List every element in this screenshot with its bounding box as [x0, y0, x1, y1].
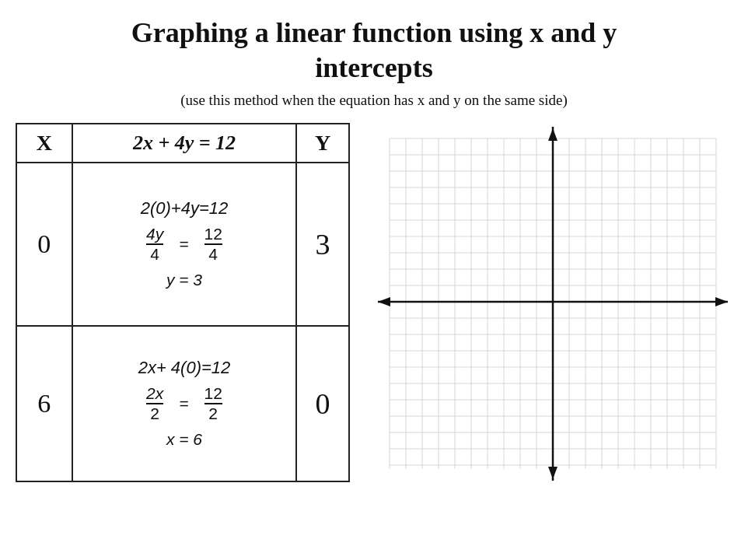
table-row-1: 0 2(0)+4y=12 4y 4 = 12 — [16, 163, 349, 326]
subtitle: (use this method when the equation has x… — [16, 92, 732, 109]
row2-result-line: x = 6 — [79, 429, 290, 450]
row1-result-line: y = 3 — [79, 269, 290, 291]
row1-x-value: 0 — [16, 163, 72, 326]
table-header-row: X 2x + 4y = 12 Y — [16, 124, 349, 163]
svg-marker-43 — [548, 128, 558, 141]
title-line2: intercepts — [315, 52, 432, 83]
row1-work-line1: 2(0)+4y=12 — [79, 197, 290, 220]
row1-frac-4y: 4y 4 — [146, 225, 163, 263]
intercept-table: X 2x + 4y = 12 Y 0 2(0)+4y=12 4y — [16, 123, 350, 482]
graph-area — [373, 123, 732, 481]
row1-work-cell: 2(0)+4y=12 4y 4 = 12 4 — [72, 163, 297, 326]
row2-work-cell: 2x+ 4(0)=12 2x 2 = 12 2 — [72, 326, 297, 481]
table-row-2: 6 2x+ 4(0)=12 2x 2 = 12 — [16, 326, 349, 481]
row2-y-value: 0 — [296, 326, 349, 481]
svg-marker-44 — [548, 467, 558, 479]
graph-container — [374, 127, 732, 481]
header-x: X — [16, 124, 72, 163]
row2-fraction-line: 2x 2 = 12 2 — [79, 384, 290, 422]
header-equation: 2x + 4y = 12 — [72, 124, 297, 163]
title-line1: Graphing a linear function using x and y — [131, 17, 617, 48]
page-container: Graphing a linear function using x and y… — [0, 0, 748, 560]
row2-x-value: 6 — [16, 326, 72, 481]
svg-marker-47 — [715, 297, 728, 306]
row1-y-value: 3 — [296, 163, 349, 326]
row1-frac-12: 12 4 — [204, 225, 222, 263]
header-y: Y — [296, 124, 349, 163]
row2-work-line1: 2x+ 4(0)=12 — [79, 356, 290, 380]
content-area: X 2x + 4y = 12 Y 0 2(0)+4y=12 4y — [16, 123, 732, 482]
svg-marker-46 — [378, 297, 390, 306]
main-title: Graphing a linear function using x and y… — [16, 16, 732, 86]
row1-fraction-line: 4y 4 = 12 4 — [79, 225, 290, 263]
table-area: X 2x + 4y = 12 Y 0 2(0)+4y=12 4y — [16, 123, 350, 482]
row2-frac-12: 12 2 — [204, 384, 222, 422]
row2-frac-2x: 2x 2 — [146, 384, 163, 422]
coordinate-grid — [374, 127, 732, 481]
